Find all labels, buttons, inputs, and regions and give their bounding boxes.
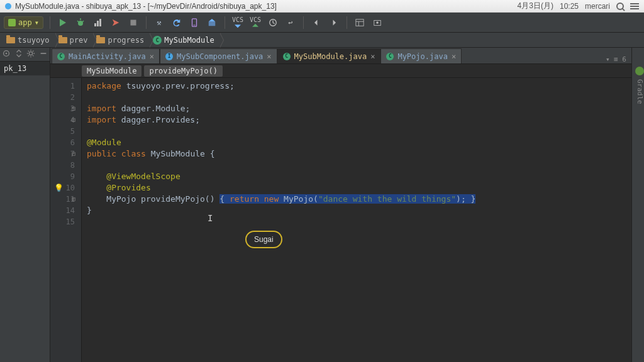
breadcrumb-label: tsuyoyo xyxy=(18,36,50,45)
class-icon: C xyxy=(386,53,394,60)
editor-tab[interactable]: C MyPojo.java × xyxy=(380,48,462,63)
close-icon[interactable]: × xyxy=(150,52,154,61)
gradle-label: Gradle xyxy=(632,79,644,104)
gear-icon[interactable] xyxy=(26,49,35,60)
annotation: @ViewModelScope xyxy=(106,172,180,181)
folder-icon xyxy=(58,37,67,43)
import-path: dagger.Provides; xyxy=(121,115,200,124)
collapse-icon[interactable] xyxy=(14,49,23,60)
svg-line-3 xyxy=(77,21,79,22)
editor-crumb-method[interactable]: provideMyPojo() xyxy=(144,65,222,77)
fold-icon[interactable]: ⊟ xyxy=(72,103,75,114)
collaborator-badge: Sugai xyxy=(245,231,282,248)
capture-button[interactable] xyxy=(371,16,384,29)
search-icon[interactable] xyxy=(616,3,624,10)
close-icon[interactable]: × xyxy=(452,52,456,61)
fold-icon[interactable]: ⊟ xyxy=(72,114,75,126)
breadcrumb-item[interactable]: C MySubModule xyxy=(149,33,219,47)
kw-package: package xyxy=(87,81,121,90)
kw-public: public xyxy=(87,149,116,158)
sidebar-toolbar xyxy=(0,48,50,62)
import-path: dagger.Module; xyxy=(121,104,191,113)
history-button[interactable] xyxy=(267,16,279,29)
editor-tab[interactable]: C MySubModule.java × xyxy=(277,48,381,63)
vcs-commit-button[interactable]: VCS xyxy=(249,16,262,29)
module-selector[interactable]: app ▾ xyxy=(4,16,43,29)
svg-rect-12 xyxy=(209,21,216,26)
svg-marker-14 xyxy=(235,25,241,28)
main-toolbar: app ▾ ⚒ VCS VCS ↩ xyxy=(0,13,644,33)
return-type: MyPojo xyxy=(106,194,136,204)
class-name: MySubModule xyxy=(151,149,205,158)
window-title: MySubModule.java - shibuya_apk_13 - [~/m… xyxy=(15,2,277,11)
editor-tab[interactable]: C MainActivity.java × xyxy=(52,48,160,63)
svg-marker-17 xyxy=(314,19,318,25)
sdk-button[interactable] xyxy=(206,16,218,29)
editor-tab[interactable]: I MySubComponent.java × xyxy=(160,48,277,63)
forward-button[interactable] xyxy=(328,16,340,29)
editor-tabs: C MainActivity.java × I MySubComponent.j… xyxy=(50,48,631,64)
close-icon[interactable]: × xyxy=(370,52,375,61)
svg-point-25 xyxy=(6,53,8,55)
class-icon: C xyxy=(283,53,291,60)
menubar-date: 4月3日(月) xyxy=(518,1,553,11)
folder-icon xyxy=(6,37,15,43)
menu-icon[interactable] xyxy=(630,3,639,9)
svg-rect-7 xyxy=(99,19,101,26)
target-icon[interactable] xyxy=(2,49,11,60)
gradle-icon xyxy=(635,67,644,75)
class-icon: C xyxy=(153,36,162,45)
svg-rect-27 xyxy=(41,53,47,54)
svg-point-26 xyxy=(30,52,33,55)
line-number: 1 xyxy=(50,80,75,92)
debug-button[interactable] xyxy=(74,16,87,29)
sync-button[interactable] xyxy=(170,16,183,29)
close-icon[interactable]: × xyxy=(267,52,271,61)
line-number: 8 xyxy=(50,160,75,171)
layout-button[interactable] xyxy=(353,16,366,29)
back-button[interactable] xyxy=(310,16,323,29)
string-literal: "dance with the wild things" xyxy=(318,194,456,204)
line-number-gutter: 1 2 3 4 5 6 7 8 9 10 11 14 15 ⊟ ⊟ ⊟ 💡 ⊞ xyxy=(50,78,82,362)
gradle-tool-window-tab[interactable]: Gradle xyxy=(631,48,644,362)
svg-line-4 xyxy=(82,21,84,22)
breadcrumb-label: MySubModule xyxy=(164,36,214,45)
method-sig: provideMyPojo() xyxy=(141,194,214,204)
revert-button[interactable]: ↩ xyxy=(284,16,297,29)
menubar-brand: mercari xyxy=(585,2,610,11)
breadcrumb-item[interactable]: prev xyxy=(55,33,93,47)
attach-button[interactable] xyxy=(109,16,122,29)
line-number: 6 xyxy=(50,137,75,148)
kw-class: class xyxy=(121,149,146,158)
code-editor[interactable]: package tsuyoyo.prev.progress; import da… xyxy=(82,78,631,362)
text-cursor-icon: 𝙸 xyxy=(208,212,213,224)
svg-marker-18 xyxy=(333,19,336,25)
stop-button[interactable] xyxy=(127,16,140,29)
breadcrumb-item[interactable]: progress xyxy=(92,33,149,47)
editor-crumb-class[interactable]: MySubModule xyxy=(82,65,142,77)
app-icon xyxy=(5,3,11,9)
chevron-down-icon: ▾ xyxy=(35,18,39,27)
hammer-build-button[interactable]: ⚒ xyxy=(153,16,165,29)
kw-import: import xyxy=(87,104,116,113)
breadcrumb-label: progress xyxy=(108,36,144,45)
fold-icon[interactable]: ⊞ xyxy=(72,194,75,205)
breadcrumb-item[interactable]: tsuyoyo xyxy=(3,33,55,47)
svg-point-23 xyxy=(376,21,379,24)
project-sidebar: pk_13 xyxy=(0,48,50,362)
module-label: app xyxy=(18,18,32,27)
svg-marker-8 xyxy=(113,19,119,26)
project-root-label[interactable]: pk_13 xyxy=(0,62,50,75)
avd-button[interactable] xyxy=(188,16,201,29)
run-button[interactable] xyxy=(57,16,69,29)
tab-label: MySubComponent.java xyxy=(177,52,263,61)
svg-marker-0 xyxy=(60,19,66,26)
tabs-overflow[interactable]: ▾ ≡ 6 xyxy=(601,55,631,63)
vcs-update-button[interactable]: VCS xyxy=(231,16,244,29)
fold-icon[interactable]: ⊟ xyxy=(72,148,75,160)
lightbulb-icon[interactable]: 💡 xyxy=(54,182,64,194)
hide-icon[interactable] xyxy=(39,49,48,60)
svg-rect-19 xyxy=(356,19,364,26)
annotation: @Provides xyxy=(106,183,150,192)
profile-button[interactable] xyxy=(92,16,104,29)
